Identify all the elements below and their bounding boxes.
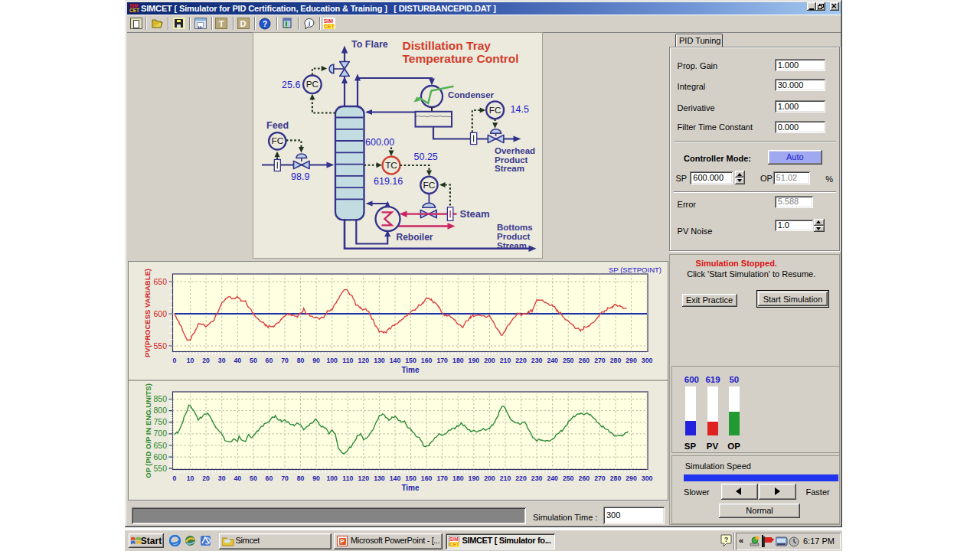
svg-text:Condenser: Condenser bbox=[448, 90, 495, 99]
svg-text:SP (SETPOINT): SP (SETPOINT) bbox=[609, 266, 662, 274]
svg-text:40: 40 bbox=[234, 357, 241, 364]
svg-text:600: 600 bbox=[153, 309, 167, 318]
svg-text:250: 250 bbox=[563, 474, 574, 482]
svg-text:FC: FC bbox=[489, 105, 501, 116]
svg-text:850: 850 bbox=[153, 394, 167, 403]
svg-text:150: 150 bbox=[405, 474, 416, 482]
svg-text:60: 60 bbox=[266, 357, 273, 364]
svg-text:100: 100 bbox=[326, 474, 338, 482]
svg-text:90: 90 bbox=[312, 474, 320, 482]
svg-text:260: 260 bbox=[579, 357, 590, 364]
svg-text:25.6: 25.6 bbox=[282, 80, 300, 90]
svg-text:Overhead: Overhead bbox=[495, 146, 535, 155]
svg-text:70: 70 bbox=[281, 357, 289, 364]
svg-text:FC: FC bbox=[271, 135, 283, 146]
svg-text:300: 300 bbox=[642, 474, 653, 482]
svg-text:130: 130 bbox=[374, 357, 385, 364]
svg-text:160: 160 bbox=[421, 474, 433, 482]
svg-text:550: 550 bbox=[153, 464, 167, 473]
svg-text:Product: Product bbox=[497, 232, 531, 241]
svg-text:0: 0 bbox=[173, 474, 177, 482]
svg-text:240: 240 bbox=[547, 474, 558, 482]
svg-text:Steam: Steam bbox=[460, 208, 490, 220]
svg-text:290: 290 bbox=[626, 357, 637, 364]
svg-text:270: 270 bbox=[594, 474, 606, 482]
svg-text:140: 140 bbox=[390, 357, 401, 364]
svg-text:98.9: 98.9 bbox=[291, 171, 309, 182]
svg-text:Time: Time bbox=[401, 484, 420, 492]
svg-text:70: 70 bbox=[281, 474, 289, 482]
svg-text:210: 210 bbox=[500, 357, 511, 364]
svg-text:0: 0 bbox=[173, 357, 177, 364]
svg-text:150: 150 bbox=[405, 357, 416, 364]
svg-text:250: 250 bbox=[563, 357, 574, 364]
svg-text:650: 650 bbox=[153, 277, 167, 286]
svg-text:619.16: 619.16 bbox=[374, 176, 403, 187]
svg-text:30: 30 bbox=[218, 357, 226, 364]
svg-text:220: 220 bbox=[515, 357, 527, 364]
svg-text:40: 40 bbox=[234, 474, 241, 482]
svg-text:180: 180 bbox=[452, 357, 464, 364]
svg-text:10: 10 bbox=[187, 474, 194, 482]
svg-text:100: 100 bbox=[326, 357, 338, 364]
svg-text:130: 130 bbox=[374, 474, 385, 482]
svg-text:Feed: Feed bbox=[266, 120, 289, 131]
svg-text:i: i bbox=[308, 20, 310, 28]
svg-text:14.5: 14.5 bbox=[511, 104, 529, 115]
svg-text:220: 220 bbox=[515, 474, 527, 482]
svg-text:110: 110 bbox=[342, 474, 353, 482]
svg-text:Distillation Tray: Distillation Tray bbox=[403, 39, 492, 52]
svg-text:?: ? bbox=[263, 20, 267, 28]
svg-text:FC: FC bbox=[423, 180, 436, 191]
svg-text:170: 170 bbox=[436, 474, 448, 482]
svg-text:Reboiler: Reboiler bbox=[397, 232, 433, 243]
svg-text:270: 270 bbox=[594, 357, 606, 364]
svg-text:600.00: 600.00 bbox=[365, 137, 394, 148]
svg-text:30: 30 bbox=[218, 474, 226, 482]
svg-text:20: 20 bbox=[202, 357, 210, 364]
svg-text:160: 160 bbox=[421, 357, 433, 364]
svg-text:180: 180 bbox=[452, 474, 464, 482]
svg-text:280: 280 bbox=[610, 474, 622, 482]
svg-text:200: 200 bbox=[484, 474, 495, 482]
svg-text:PC: PC bbox=[306, 79, 319, 90]
svg-text:190: 190 bbox=[469, 474, 480, 482]
svg-text:210: 210 bbox=[500, 474, 511, 482]
svg-text:200: 200 bbox=[484, 357, 495, 364]
svg-text:Stream: Stream bbox=[495, 164, 524, 173]
svg-text:110: 110 bbox=[342, 357, 353, 364]
svg-text:OP (PID O/P IN ENG.UNITS): OP (PID O/P IN ENG.UNITS) bbox=[144, 383, 152, 478]
svg-text:230: 230 bbox=[531, 474, 543, 482]
svg-text:600: 600 bbox=[153, 452, 167, 461]
svg-text:700: 700 bbox=[153, 429, 167, 438]
svg-text:10: 10 bbox=[187, 357, 194, 364]
svg-text:80: 80 bbox=[297, 474, 305, 482]
svg-text:650: 650 bbox=[153, 441, 167, 450]
svg-text:?: ? bbox=[724, 536, 729, 543]
svg-text:190: 190 bbox=[469, 357, 480, 364]
svg-text:To Flare: To Flare bbox=[351, 39, 388, 50]
svg-text:120: 120 bbox=[358, 357, 370, 364]
svg-text:20: 20 bbox=[202, 474, 210, 482]
svg-text:50.25: 50.25 bbox=[414, 152, 438, 162]
svg-text:550: 550 bbox=[153, 341, 167, 350]
svg-text:50: 50 bbox=[250, 474, 257, 482]
svg-text:90: 90 bbox=[312, 357, 320, 364]
svg-text:Temperature Control: Temperature Control bbox=[403, 52, 519, 65]
svg-text:60: 60 bbox=[266, 474, 273, 482]
svg-text:TC: TC bbox=[385, 160, 397, 171]
svg-text:PV(PROCESS VARIABLE): PV(PROCESS VARIABLE) bbox=[143, 269, 152, 357]
svg-text:120: 120 bbox=[358, 474, 370, 482]
svg-text:Time: Time bbox=[401, 366, 420, 374]
svg-text:Bottoms: Bottoms bbox=[497, 223, 533, 232]
svg-text:Product: Product bbox=[495, 155, 528, 165]
svg-text:240: 240 bbox=[547, 357, 558, 364]
svg-text:750: 750 bbox=[153, 417, 167, 426]
svg-text:290: 290 bbox=[626, 474, 637, 482]
svg-text:300: 300 bbox=[642, 357, 653, 364]
svg-text:80: 80 bbox=[297, 357, 305, 364]
svg-text:140: 140 bbox=[390, 474, 401, 482]
svg-text:170: 170 bbox=[436, 357, 448, 364]
svg-text:260: 260 bbox=[579, 474, 590, 482]
svg-text:800: 800 bbox=[153, 406, 167, 415]
